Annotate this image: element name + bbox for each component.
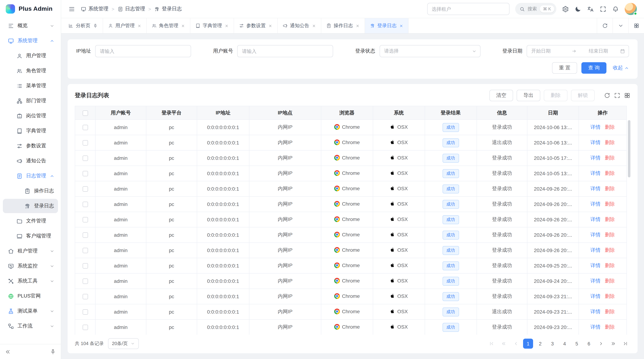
tab-item[interactable]: 字典管理	[190, 18, 234, 33]
detail-link[interactable]: 详情	[590, 170, 600, 176]
select-all-checkbox[interactable]	[82, 110, 88, 116]
chevron-right-icon[interactable]	[596, 339, 606, 349]
page-number[interactable]: 5	[572, 339, 582, 349]
sidebar-item[interactable]: 菜单管理	[3, 79, 58, 93]
sidebar-item[interactable]: 登录日志	[3, 199, 58, 213]
row-checkbox[interactable]	[82, 140, 88, 146]
dark-mode-moon-icon[interactable]	[574, 5, 582, 12]
page-number[interactable]: 2	[535, 339, 545, 349]
clear-button[interactable]: 清空	[490, 90, 513, 101]
detail-link[interactable]: 详情	[590, 263, 600, 268]
notifications-bell-icon[interactable]	[612, 5, 619, 12]
column-settings-icon[interactable]	[624, 92, 630, 99]
row-checkbox[interactable]	[82, 202, 88, 207]
delete-link[interactable]: 删除	[605, 278, 615, 284]
unlock-button[interactable]: 解锁	[571, 90, 595, 101]
fullscreen-table-icon[interactable]	[614, 92, 620, 99]
delete-link[interactable]: 删除	[605, 155, 615, 161]
query-button[interactable]: 查 询	[582, 62, 606, 74]
delete-link[interactable]: 删除	[605, 232, 615, 237]
detail-link[interactable]: 详情	[590, 247, 600, 253]
delete-link[interactable]: 删除	[605, 263, 615, 268]
reset-button[interactable]: 重 置	[552, 62, 577, 74]
detail-link[interactable]: 详情	[590, 293, 600, 299]
export-button[interactable]: 导出	[517, 90, 540, 101]
close-icon[interactable]	[312, 24, 316, 28]
sidebar-item[interactable]: 部门管理	[3, 94, 58, 108]
sidebar-item[interactable]: 租户管理	[3, 244, 58, 258]
date-range-picker[interactable]: 开始日期 结束日期	[527, 45, 629, 57]
close-icon[interactable]	[268, 24, 272, 28]
sidebar-item[interactable]: 客户端管理	[3, 229, 58, 243]
page-number[interactable]: 6	[584, 339, 594, 349]
row-checkbox[interactable]	[82, 263, 88, 269]
account-input[interactable]	[238, 45, 333, 57]
pin-sidebar-icon[interactable]	[50, 349, 56, 355]
page-number[interactable]: 4	[560, 339, 570, 349]
close-icon[interactable]	[181, 24, 185, 28]
tab-item[interactable]: 通知公告	[278, 18, 321, 33]
tab-item[interactable]: 操作日志	[321, 18, 365, 33]
page-number[interactable]: 1	[523, 339, 533, 349]
delete-link[interactable]: 删除	[605, 216, 615, 222]
sidebar-item[interactable]: 岗位管理	[3, 109, 58, 123]
sidebar-item[interactable]: 测试菜单	[3, 304, 58, 318]
detail-link[interactable]: 详情	[590, 324, 600, 330]
user-avatar[interactable]	[625, 3, 637, 15]
row-checkbox[interactable]	[82, 310, 88, 315]
close-icon[interactable]	[399, 24, 403, 28]
close-icon[interactable]	[356, 24, 360, 28]
translate-icon[interactable]	[587, 5, 594, 12]
detail-link[interactable]: 详情	[590, 186, 600, 191]
sidebar-item[interactable]: 操作日志	[3, 184, 58, 198]
row-checkbox[interactable]	[82, 325, 88, 330]
delete-link[interactable]: 删除	[605, 139, 615, 145]
detail-link[interactable]: 详情	[590, 139, 600, 145]
detail-link[interactable]: 详情	[590, 309, 600, 314]
ip-input[interactable]	[95, 45, 191, 57]
sidebar-item[interactable]: 角色管理	[3, 64, 58, 78]
chevrons-left-icon[interactable]	[499, 339, 509, 349]
delete-link[interactable]: 删除	[605, 186, 615, 191]
detail-link[interactable]: 详情	[590, 124, 600, 130]
tab-item[interactable]: 参数设置	[234, 18, 278, 33]
sidebar-item[interactable]: 参数设置	[3, 139, 58, 153]
collapse-sidebar-icon[interactable]	[5, 349, 11, 355]
row-checkbox[interactable]	[82, 186, 88, 192]
sidebar-item[interactable]: 概览	[3, 18, 58, 33]
sidebar-item[interactable]: PLUS官网	[3, 289, 58, 303]
delete-link[interactable]: 删除	[605, 124, 615, 130]
row-checkbox[interactable]	[82, 156, 88, 161]
page-size-select[interactable]: 20条/页	[108, 338, 139, 349]
detail-link[interactable]: 详情	[590, 232, 600, 237]
delete-button[interactable]: 删除	[544, 90, 568, 101]
refresh-table-icon[interactable]	[604, 92, 610, 99]
close-icon[interactable]	[137, 24, 141, 28]
sidebar-item[interactable]: 系统工具	[3, 274, 58, 288]
sidebar-item[interactable]: 用户管理	[3, 49, 58, 63]
delete-link[interactable]: 删除	[605, 170, 615, 176]
tab-actions-dropdown[interactable]	[612, 18, 628, 33]
sidebar-item[interactable]: 字典管理	[3, 124, 58, 138]
detail-link[interactable]: 详情	[590, 155, 600, 161]
breadcrumb-item[interactable]: 日志管理	[118, 6, 145, 12]
detail-link[interactable]: 详情	[590, 201, 600, 207]
refresh-tab-button[interactable]	[597, 18, 612, 33]
sidebar-item[interactable]: 文件管理	[3, 214, 58, 228]
scrollbar-thumb[interactable]	[628, 120, 630, 177]
delete-link[interactable]: 删除	[605, 247, 615, 253]
fullscreen-icon[interactable]	[600, 5, 606, 12]
table-scrollbar[interactable]	[628, 120, 630, 333]
sidebar-item[interactable]: 日志管理	[3, 169, 58, 183]
sidebar-item[interactable]: 系统管理	[3, 34, 58, 48]
tab-item[interactable]: 登录日志	[365, 18, 408, 33]
hamburger-icon[interactable]	[68, 5, 75, 12]
row-checkbox[interactable]	[82, 125, 88, 130]
collapse-filters-link[interactable]: 收起	[613, 65, 629, 71]
row-checkbox[interactable]	[82, 217, 88, 223]
pin-icon[interactable]	[93, 23, 98, 28]
delete-link[interactable]: 删除	[605, 293, 615, 299]
sidebar-item[interactable]: 系统监控	[3, 259, 58, 273]
chevrons-right-icon[interactable]	[608, 339, 618, 349]
detail-link[interactable]: 详情	[590, 278, 600, 284]
